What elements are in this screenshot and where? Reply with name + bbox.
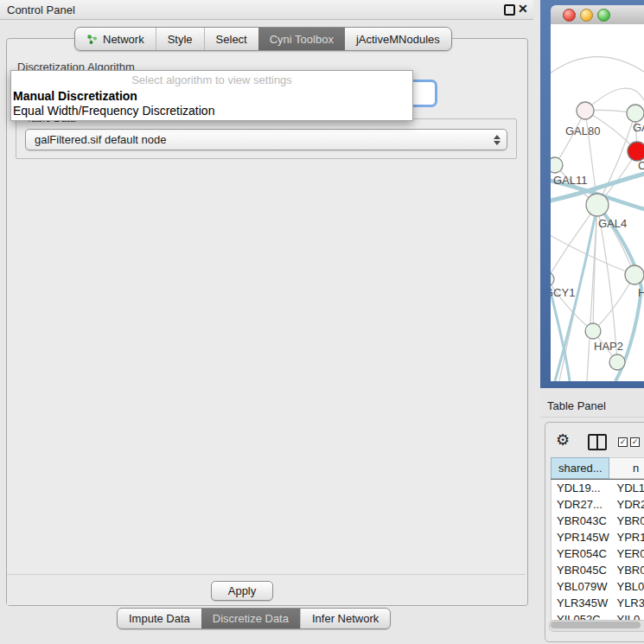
table-data-combo-value: galFiltered.sif default node: [26, 133, 507, 146]
node-label: GAL80: [565, 124, 600, 137]
node-hap2[interactable]: [585, 323, 601, 339]
node-bottom[interactable]: [609, 354, 625, 370]
tab-label: Network: [103, 33, 144, 46]
tab-cyni-toolbox[interactable]: Cyni Toolbox: [258, 28, 345, 50]
table-row[interactable]: YPR145WYPR1: [552, 529, 644, 545]
apply-button[interactable]: Apply: [211, 581, 273, 601]
apply-bar: Apply: [7, 574, 526, 605]
table-row[interactable]: YBR045CYBR0: [552, 562, 644, 578]
table-row[interactable]: YBR043CYBR0: [552, 513, 644, 529]
table-row[interactable]: YDL19...YDL1: [552, 480, 644, 496]
scrollbar-thumb[interactable]: [551, 622, 641, 628]
node-gal80[interactable]: [577, 102, 594, 119]
dropdown-prompt-item[interactable]: Select algorithm to view settings: [11, 71, 412, 89]
table-data-group: Table Data galFiltered.sif default node: [16, 118, 517, 159]
tab-jactivemnodules[interactable]: jActiveMNodules: [345, 28, 451, 50]
combo-spinner-icon: [494, 135, 501, 145]
tab-network[interactable]: Network: [75, 28, 156, 50]
network-graph: GAL80 GA C GAL11 GAL4 GCY1 H HAP2: [551, 24, 644, 381]
column-header-shared-name[interactable]: shared...: [551, 457, 609, 479]
table-panel-body: ⚙ ✓ ✓ shared... n YDL19...YDL1 YDR27...Y…: [545, 422, 644, 642]
node-label: C: [638, 159, 644, 172]
table-panel-title: Table Panel: [547, 399, 606, 412]
node-label: GA: [633, 121, 644, 134]
node-h[interactable]: [625, 265, 644, 284]
close-icon[interactable]: ✕: [518, 2, 528, 16]
control-panel-titlebar: Control Panel ✕: [0, 0, 533, 20]
checkbox-icon[interactable]: ✓: [630, 437, 640, 447]
minimize-traffic-light-icon[interactable]: [580, 9, 593, 22]
node-table: shared... n YDL19...YDL1 YDR27...YDR2 YB…: [551, 457, 644, 628]
control-panel-tabbar: Network Style Select Cyni Toolbox jActiv…: [74, 27, 452, 51]
tab-impute-data[interactable]: Impute Data: [118, 609, 201, 628]
network-canvas[interactable]: GAL80 GA C GAL11 GAL4 GCY1 H HAP2: [551, 24, 644, 381]
node-label: GAL4: [598, 217, 627, 230]
table-data-combo[interactable]: galFiltered.sif default node: [25, 129, 507, 150]
cyni-bottom-tabbar: Impute Data Discretize Data Infer Networ…: [117, 608, 391, 629]
table-row[interactable]: YBL079WYBL0: [552, 578, 644, 595]
float-window-icon[interactable]: [504, 4, 515, 16]
tab-discretize-data[interactable]: Discretize Data: [201, 609, 300, 628]
node-label: H: [638, 286, 644, 299]
dropdown-option-manual[interactable]: Manual Discretization: [11, 89, 412, 104]
network-nodes: [551, 102, 644, 370]
control-panel-title: Control Panel: [7, 3, 75, 16]
tab-infer-network[interactable]: Infer Network: [300, 609, 390, 628]
node-gcy1[interactable]: [551, 272, 554, 286]
checkbox-icon[interactable]: ✓: [618, 437, 628, 447]
table-panel-titlebar: Table Panel: [540, 393, 644, 418]
close-traffic-light-icon[interactable]: [563, 9, 576, 22]
application-window: Control Panel ✕ Network Style Select Cyn…: [0, 0, 644, 644]
table-row[interactable]: YLR345WYLR3: [552, 595, 644, 611]
tab-style[interactable]: Style: [156, 28, 204, 50]
node-label: GCY1: [551, 286, 575, 299]
network-window-titlebar[interactable]: [551, 5, 644, 25]
tab-select[interactable]: Select: [204, 28, 258, 50]
node-red[interactable]: [628, 142, 644, 161]
table-row[interactable]: YDR27...YDR2: [552, 496, 644, 513]
node-top-right[interactable]: [627, 105, 644, 122]
dropdown-option-equal-width[interactable]: Equal Width/Frequency Discretization: [11, 104, 412, 118]
network-icon: [86, 34, 98, 45]
table-row[interactable]: YER054CYER0: [552, 545, 644, 562]
node-gal4[interactable]: [586, 194, 609, 216]
node-label: HAP2: [594, 340, 623, 353]
node-label: GAL11: [553, 174, 588, 187]
network-view-window: GAL80 GA C GAL11 GAL4 GCY1 H HAP2: [540, 0, 644, 388]
node-gal11[interactable]: [551, 157, 563, 173]
table-header-row: shared... n: [551, 457, 644, 480]
column-header-name[interactable]: n: [609, 457, 644, 479]
gear-icon[interactable]: ⚙: [556, 430, 570, 450]
table-rows: YDL19...YDL1 YDR27...YDR2 YBR043CYBR0 YP…: [551, 480, 644, 628]
algorithm-dropdown-popup: Select algorithm to view settings Manual…: [10, 70, 413, 121]
zoom-traffic-light-icon[interactable]: [597, 9, 610, 22]
split-column-icon[interactable]: [588, 434, 607, 450]
table-horizontal-scrollbar[interactable]: [549, 620, 644, 632]
